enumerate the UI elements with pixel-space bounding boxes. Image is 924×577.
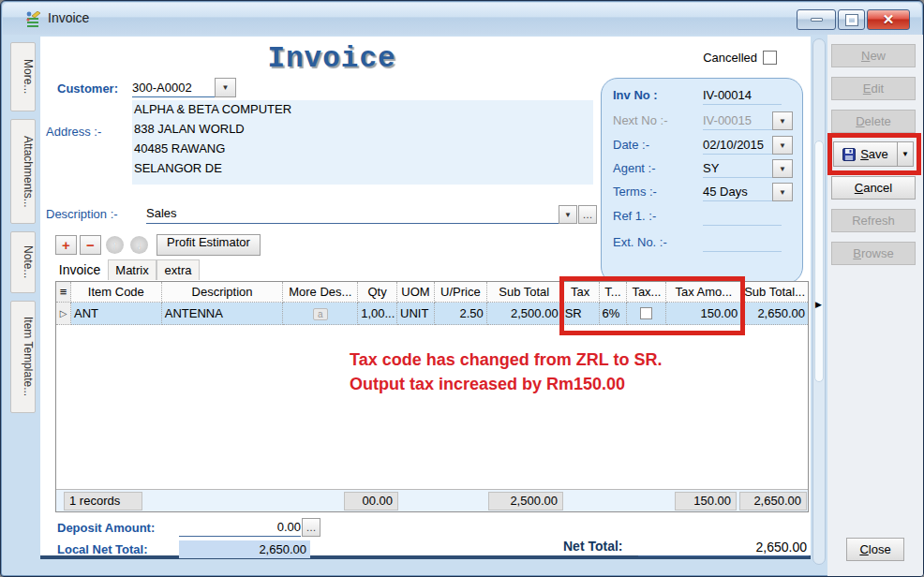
sidebar-tab-item-template[interactable]: Item Template... <box>10 301 36 413</box>
invoice-info-panel: Inv No : IV-00014 Next No :- IV-00015 ▼ … <box>601 78 803 284</box>
save-floppy-icon <box>842 148 856 161</box>
cancel-button[interactable]: Cancel <box>831 176 916 200</box>
ref1-field[interactable] <box>703 207 782 226</box>
sidebar-tab-attachments[interactable]: Attachments... <box>10 119 36 224</box>
grid-footer: 1 records 00.00 2,500.00 150.00 2,650.00 <box>56 489 808 511</box>
cell-qty[interactable]: 1,00... <box>358 303 397 325</box>
window-title: Invoice <box>48 10 89 25</box>
customer-label: Customer: <box>57 81 118 96</box>
grid-tab-extra[interactable]: extra <box>156 259 200 280</box>
chevron-down-icon: ▼ <box>902 150 909 158</box>
cell-tax-amount[interactable]: 150.00 <box>666 303 741 325</box>
terms-field[interactable]: 45 Days <box>703 183 782 201</box>
cell-tax-rate[interactable]: 6% <box>600 303 628 325</box>
header-menu-icon[interactable]: ≡ <box>56 282 71 303</box>
cell-tax-inclusive[interactable] <box>627 303 666 325</box>
add-row-button[interactable]: + <box>55 235 77 255</box>
cell-u-price[interactable]: 2.50 <box>435 303 487 325</box>
table-row[interactable]: ▷ ANT ANTENNA a 1,00... UNIT 2.50 2,500.… <box>56 303 808 325</box>
agent-field[interactable]: SY <box>703 159 782 178</box>
col-tax-inclusive[interactable]: Tax... <box>627 282 666 303</box>
col-u-price[interactable]: U/Price <box>435 282 487 303</box>
cell-description[interactable]: ANTENNA <box>162 303 284 325</box>
sidebar-tab-note[interactable]: Note... <box>10 231 36 293</box>
close-button[interactable]: Close <box>846 538 904 561</box>
description-ellipsis-button[interactable]: … <box>578 205 597 224</box>
col-uom[interactable]: UOM <box>397 282 435 303</box>
cell-sub-total-tax[interactable]: 2,650.00 <box>741 303 808 325</box>
date-field[interactable]: 02/10/2015 <box>703 136 782 155</box>
profit-estimator-button[interactable]: Profit Estimator <box>156 234 261 256</box>
date-label: Date :- <box>613 138 649 152</box>
cell-uom[interactable]: UNIT <box>397 303 435 325</box>
col-item-code[interactable]: Item Code <box>71 282 162 303</box>
annotation-line2: Output tax increased by Rm150.00 <box>350 372 662 396</box>
browse-button[interactable]: Browse <box>831 242 916 265</box>
col-more-desc[interactable]: More Des... <box>283 282 358 303</box>
tax-inclusive-checkbox[interactable] <box>640 307 652 319</box>
col-tax-amount[interactable]: Tax Amo... <box>666 282 741 303</box>
terms-dropdown-button[interactable]: ▼ <box>772 183 793 201</box>
save-dropdown-button[interactable]: ▼ <box>898 141 914 167</box>
move-row-down-button[interactable]: ↓ <box>128 235 150 255</box>
customer-code-field[interactable]: 300-A0002 <box>132 79 215 97</box>
edit-button[interactable]: Edit <box>831 77 916 100</box>
splitter-handle[interactable] <box>814 141 824 382</box>
records-count: 1 records <box>64 492 142 510</box>
plus-icon: + <box>62 237 70 253</box>
panel-splitter[interactable]: ▶ <box>812 38 826 565</box>
cell-sub-total[interactable]: 2,500.00 <box>487 303 562 325</box>
grid-tab-invoice[interactable]: Invoice <box>55 259 104 280</box>
delete-button[interactable]: Delete <box>831 110 916 133</box>
sidebar-tab-more[interactable]: More... <box>10 42 36 111</box>
next-no-field[interactable]: IV-00015 <box>703 111 782 130</box>
ref1-label: Ref 1. :- <box>613 209 656 223</box>
footer-sub-total: 2,500.00 <box>488 492 563 510</box>
next-no-dropdown-button[interactable]: ▼ <box>772 111 793 130</box>
remove-row-button[interactable]: − <box>80 235 101 255</box>
close-icon: ✕ <box>883 11 895 28</box>
ext-no-field[interactable] <box>703 233 782 252</box>
deposit-amount-field[interactable]: 0.00 <box>179 518 301 537</box>
col-sub-total[interactable]: Sub Total <box>487 282 562 303</box>
refresh-button[interactable]: Refresh <box>831 209 916 232</box>
col-qty[interactable]: Qty <box>358 282 397 303</box>
cell-tax[interactable]: SR <box>562 303 600 325</box>
move-row-up-button[interactable]: ↑ <box>104 235 126 255</box>
col-sub-total-tax[interactable]: Sub Total... <box>741 282 808 303</box>
save-button-label: Save <box>860 147 888 161</box>
maximize-button[interactable] <box>838 9 865 30</box>
chevron-down-icon: ▼ <box>779 165 786 173</box>
cell-more-desc[interactable]: a <box>283 303 358 325</box>
chevron-down-icon: ▼ <box>779 117 786 126</box>
next-no-label: Next No :- <box>613 113 668 127</box>
more-desc-icon[interactable]: a <box>313 308 328 320</box>
date-dropdown-button[interactable]: ▼ <box>772 136 793 155</box>
col-description[interactable]: Description <box>162 282 284 303</box>
cell-item-code[interactable]: ANT <box>71 303 162 325</box>
col-tax-rate[interactable]: T... <box>600 282 628 303</box>
save-button[interactable]: Save <box>833 141 898 167</box>
agent-dropdown-button[interactable]: ▼ <box>772 159 793 178</box>
footer-qty-total: 00.00 <box>344 492 398 510</box>
customer-address-block[interactable]: ALPHA & BETA COMPUTER 838 JALAN WORLD 40… <box>132 100 593 185</box>
description-dropdown-button[interactable]: ▼ <box>559 205 577 224</box>
description-field[interactable]: Sales <box>146 204 559 224</box>
annotation-line1: Tax code has changed from ZRL to SR. <box>350 348 662 372</box>
grid-header-row[interactable]: ≡ Item Code Description More Des... Qty … <box>56 282 808 303</box>
cancelled-checkbox[interactable] <box>763 51 777 65</box>
customer-dropdown-button[interactable]: ▼ <box>215 78 236 97</box>
grid-tab-matrix[interactable]: Matrix <box>108 259 156 280</box>
minimize-button[interactable] <box>797 9 836 30</box>
new-button[interactable]: New <box>831 44 916 67</box>
title-bar[interactable]: Invoice ✕ <box>3 3 921 35</box>
col-tax[interactable]: Tax <box>562 282 600 303</box>
deposit-ellipsis-button[interactable]: … <box>302 518 320 537</box>
footer-sub-total-tax: 2,650.00 <box>739 492 807 510</box>
row-indicator-icon: ▷ <box>56 303 71 325</box>
address-line: 40485 RAWANG <box>132 140 593 159</box>
footer-tax-amount: 150.00 <box>675 492 737 510</box>
chevron-down-icon: ▼ <box>222 83 230 92</box>
items-grid: ≡ Item Code Description More Des... Qty … <box>55 281 809 512</box>
close-window-button[interactable]: ✕ <box>867 9 910 30</box>
